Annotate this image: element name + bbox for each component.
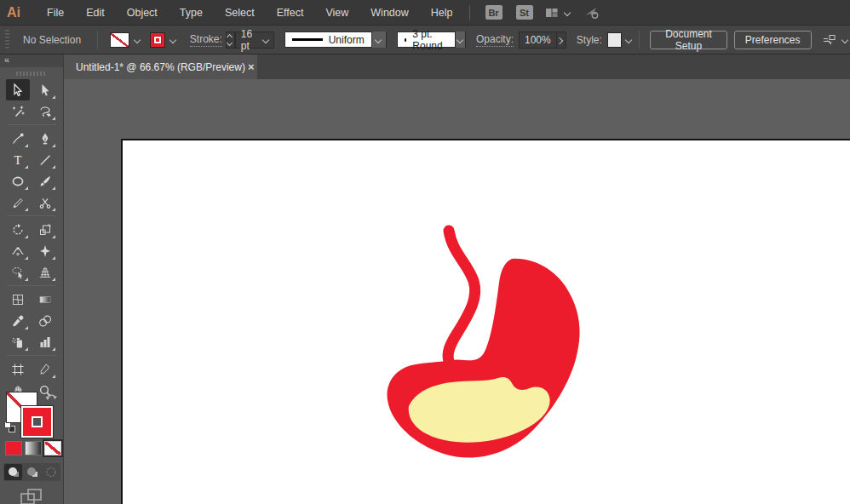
menu-view[interactable]: View <box>314 0 359 26</box>
gpu-performance-icon[interactable] <box>583 6 600 20</box>
curvature-tool[interactable] <box>6 128 30 149</box>
stroke-color-swatch[interactable] <box>150 32 165 48</box>
slice-tool[interactable] <box>33 358 57 380</box>
menubar-divider <box>469 5 470 20</box>
tool-group-divider <box>7 215 56 216</box>
tools-panel-collapse[interactable]: « <box>0 54 63 67</box>
stroke-label[interactable]: Stroke: <box>190 33 222 47</box>
fill-color-swatch[interactable] <box>110 32 129 48</box>
variable-width-profile-select[interactable]: Uniform <box>284 32 387 48</box>
menubar-badges: BrSt <box>479 5 540 20</box>
tool-group-divider <box>7 124 56 125</box>
selection-tool[interactable] <box>6 79 30 100</box>
draw-behind-icon[interactable] <box>23 464 41 480</box>
lasso-tool[interactable] <box>33 100 57 122</box>
ellipse-tool[interactable] <box>6 170 30 192</box>
menu-help[interactable]: Help <box>420 0 464 26</box>
workspace-chevron-icon[interactable] <box>564 9 571 16</box>
variable-width-profile-value: Uniform <box>329 34 365 46</box>
graphic-style-chevron-icon[interactable] <box>625 37 631 43</box>
badge-br[interactable]: Br <box>485 5 503 20</box>
magic-wand-tool[interactable] <box>6 100 30 122</box>
opacity-arrow-icon[interactable] <box>557 32 566 49</box>
controlbar-divider <box>97 31 98 49</box>
menu-window[interactable]: Window <box>359 0 419 26</box>
tools-panel-grip-handle[interactable] <box>16 72 47 76</box>
tools-panel: « T <box>0 54 64 504</box>
document-tab[interactable]: Untitled-1* @ 66.67% (RGB/Preview) × <box>64 54 257 79</box>
control-bar: No Selection Stroke: 16 pt Uniform 3 pt.… <box>0 26 850 54</box>
pen-tool[interactable] <box>33 128 57 149</box>
shape-builder-tool[interactable] <box>6 261 30 283</box>
default-fill-stroke-icon[interactable] <box>3 421 17 434</box>
canvas-pasteboard[interactable] <box>64 79 850 504</box>
draw-normal-icon[interactable] <box>4 464 22 480</box>
swap-fill-stroke-icon[interactable] <box>44 391 58 406</box>
workspace-switcher-icon[interactable] <box>545 7 559 19</box>
column-graph-tool[interactable] <box>33 331 57 352</box>
controlbar-grip-handle[interactable] <box>5 30 9 50</box>
type-tool[interactable]: T <box>6 149 30 170</box>
tab-close-icon[interactable]: × <box>245 60 257 74</box>
stroke-color-chevron-icon[interactable] <box>169 37 177 43</box>
paintbrush-tool[interactable] <box>33 170 57 192</box>
opacity-input[interactable]: 100% <box>519 32 557 49</box>
fill-color-chevron-icon[interactable] <box>134 37 141 43</box>
style-label: Style: <box>577 34 602 46</box>
gradient-button[interactable] <box>25 441 42 455</box>
drawing-modes-row <box>3 463 60 481</box>
rotate-tool[interactable] <box>6 219 30 240</box>
menu-object[interactable]: Object <box>116 0 169 26</box>
align-options-chevron-icon[interactable] <box>841 37 847 43</box>
gradient-tool[interactable] <box>33 289 57 310</box>
menu-select[interactable]: Select <box>214 0 266 26</box>
color-button[interactable] <box>5 441 22 455</box>
preferences-button[interactable]: Preferences <box>734 31 812 49</box>
esophagus-shape[interactable] <box>448 231 475 361</box>
symbol-sprayer-tool[interactable] <box>6 331 30 352</box>
graphic-style-swatch[interactable] <box>607 32 622 48</box>
document-setup-button[interactable]: Document Setup <box>650 31 727 49</box>
line-segment-tool[interactable] <box>33 149 57 170</box>
tool-group-divider <box>7 355 56 356</box>
app-logo: Ai <box>7 5 20 20</box>
stroke-proxy-swatch[interactable] <box>21 406 53 438</box>
tools-grid: T <box>0 79 63 401</box>
badge-st[interactable]: St <box>516 5 533 20</box>
stroke-weight-stepper[interactable] <box>226 32 235 49</box>
menu-type[interactable]: Type <box>169 0 214 26</box>
menu-items: FileEditObjectTypeSelectEffectViewWindow… <box>36 0 464 26</box>
draw-inside-icon[interactable] <box>42 464 60 480</box>
illustrator-window: Ai FileEditObjectTypeSelectEffectViewWin… <box>0 0 850 504</box>
menu-bar: Ai FileEditObjectTypeSelectEffectViewWin… <box>0 0 850 26</box>
artboard-tool[interactable] <box>6 358 30 380</box>
brush-chevron-icon[interactable] <box>455 32 465 48</box>
tool-group-divider <box>7 285 56 286</box>
variable-width-chevron-icon[interactable] <box>371 32 386 48</box>
scale-tool[interactable] <box>33 219 57 240</box>
eyedropper-tool[interactable] <box>6 310 30 331</box>
direct-selection-tool[interactable] <box>33 79 57 100</box>
screen-mode-icon[interactable] <box>20 489 43 504</box>
controlbar-divider-2 <box>639 31 640 49</box>
align-to-selection-icon[interactable] <box>822 33 836 47</box>
brush-definition-select[interactable]: 3 pt. Round <box>397 32 466 48</box>
width-tool[interactable] <box>6 240 30 261</box>
opacity-label[interactable]: Opacity: <box>476 33 514 47</box>
brush-preview-dot <box>405 38 407 42</box>
stroke-profile-preview <box>292 38 323 41</box>
menu-effect[interactable]: Effect <box>266 0 315 26</box>
puppet-warp-tool[interactable] <box>33 240 57 261</box>
selection-status: No Selection <box>23 34 81 46</box>
mesh-tool[interactable] <box>6 289 30 310</box>
stroke-weight-select[interactable]: 16 pt <box>235 32 274 49</box>
pencil-tool[interactable] <box>6 192 30 213</box>
stroke-weight-chevron-icon <box>262 37 268 43</box>
blend-tool[interactable] <box>33 310 57 331</box>
menu-file[interactable]: File <box>36 0 75 26</box>
document-area: Untitled-1* @ 66.67% (RGB/Preview) × <box>64 54 850 504</box>
none-button[interactable] <box>44 441 61 455</box>
perspective-grid-tool[interactable] <box>33 261 57 283</box>
menu-edit[interactable]: Edit <box>75 0 116 26</box>
scissors-tool[interactable] <box>33 192 57 213</box>
